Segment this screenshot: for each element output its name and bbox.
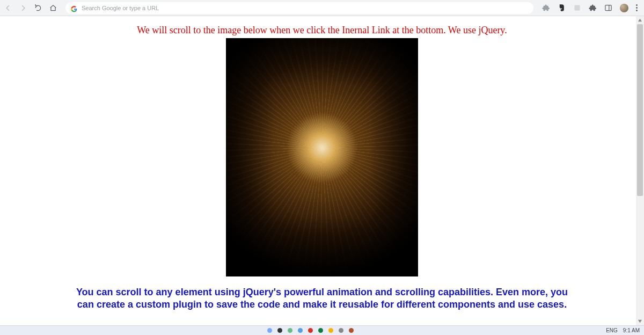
taskbar-app-icon[interactable] [349, 328, 354, 333]
toolbar-right-group [542, 4, 640, 12]
scroll-up-arrow[interactable] [636, 16, 644, 24]
taskbar-language[interactable]: ENG [606, 327, 618, 333]
home-button[interactable] [49, 4, 57, 12]
svg-marker-3 [638, 19, 642, 21]
omnibox[interactable]: Search Google or type a URL [65, 2, 533, 14]
scroll-down-arrow[interactable] [636, 317, 644, 325]
taskbar-app-icon[interactable] [298, 328, 303, 333]
taskbar-right: ENG 9:1 AM [606, 327, 640, 333]
taskbar-app-icon[interactable] [339, 328, 343, 333]
extension-puzzle-icon[interactable] [542, 4, 550, 12]
forward-button[interactable] [19, 4, 27, 12]
scroll-target-caption: We will scroll to the image below when w… [0, 25, 644, 36]
scrollbar-track[interactable] [636, 24, 644, 317]
chrome-menu-button[interactable] [636, 4, 638, 11]
taskbar-app-icon[interactable] [308, 328, 313, 333]
svg-rect-0 [575, 5, 580, 11]
page-content: We will scroll to the image below when w… [0, 16, 644, 310]
svg-rect-1 [605, 5, 611, 11]
taskbar-app-icons [267, 328, 354, 333]
vertical-scrollbar[interactable] [636, 16, 644, 325]
taskbar-app-icon[interactable] [318, 328, 323, 333]
taskbar-app-icon[interactable] [328, 328, 333, 333]
taskbar-app-icon[interactable] [277, 328, 282, 333]
jquery-description-paragraph: You can scroll to any element using jQue… [70, 286, 574, 310]
side-panel-icon[interactable] [604, 4, 612, 12]
profile-avatar[interactable] [620, 4, 628, 12]
evernote-extension-icon[interactable] [558, 4, 566, 12]
os-taskbar: ENG 9:1 AM [0, 325, 644, 335]
scrollbar-thumb[interactable] [637, 24, 643, 196]
taskbar-clock[interactable]: 9:1 AM [623, 327, 640, 333]
reload-button[interactable] [34, 4, 42, 12]
omnibox-placeholder: Search Google or type a URL [82, 5, 159, 11]
browser-toolbar: Search Google or type a URL [0, 0, 644, 16]
svg-marker-4 [638, 320, 642, 323]
google-icon [71, 5, 77, 11]
back-button[interactable] [4, 4, 12, 12]
page-viewport: We will scroll to the image below when w… [0, 16, 644, 325]
taskbar-app-icon[interactable] [267, 328, 272, 333]
taskbar-app-icon[interactable] [288, 328, 292, 333]
extension-square-icon[interactable] [573, 4, 581, 12]
hero-image [226, 38, 418, 276]
nav-button-group [4, 4, 57, 12]
extensions-menu-icon[interactable] [589, 4, 597, 12]
